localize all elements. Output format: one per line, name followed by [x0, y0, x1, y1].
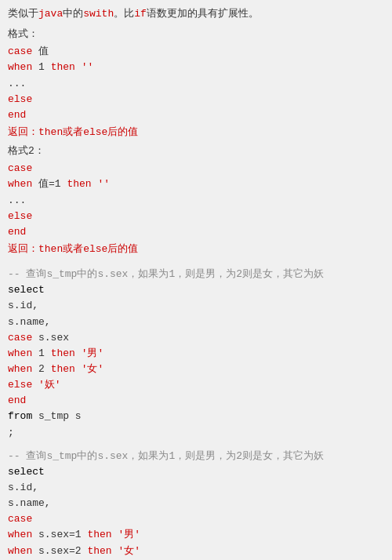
swith-keyword: swith	[83, 8, 114, 20]
format2-code: case when 值=1 then '' ... else end	[8, 161, 384, 240]
code2-block: select s.id, s.name, case when s.sex=1 t…	[8, 464, 384, 560]
return1-note: 返回：then或者else后的值	[8, 125, 384, 140]
format2-label: 格式2：	[8, 144, 384, 159]
code2-section: -- 查询s_tmp中的s.sex，如果为1，则是男，为2则是女，其它为妖 se…	[8, 449, 384, 560]
return2-note: 返回：then或者else后的值	[8, 242, 384, 257]
comment1: -- 查询s_tmp中的s.sex，如果为1，则是男，为2则是女，其它为妖	[8, 267, 384, 282]
java-keyword: java	[38, 8, 63, 20]
intro-line: 类似于java中的swith。比if语数更加的具有扩展性。	[8, 6, 384, 22]
code1-section: -- 查询s_tmp中的s.sex，如果为1，则是男，为2则是女，其它为妖 se…	[8, 267, 384, 441]
format1-section: 格式： case 值 when 1 then '' ... else end 返…	[8, 27, 384, 140]
format1-label: 格式：	[8, 27, 384, 42]
format1-code: case 值 when 1 then '' ... else end	[8, 44, 384, 123]
format2-section: 格式2： case when 值=1 then '' ... else end …	[8, 144, 384, 257]
code1-block: select s.id, s.name, case s.sex when 1 t…	[8, 282, 384, 440]
comment2: -- 查询s_tmp中的s.sex，如果为1，则是男，为2则是女，其它为妖	[8, 449, 384, 464]
if-keyword: if	[134, 8, 147, 20]
main-content: 类似于java中的swith。比if语数更加的具有扩展性。 格式： case 值…	[8, 6, 384, 560]
